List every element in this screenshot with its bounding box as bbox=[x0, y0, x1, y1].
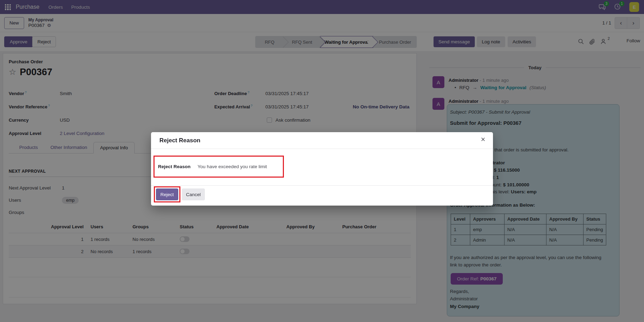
close-icon[interactable]: × bbox=[481, 135, 485, 144]
reject-reason-field-label: Reject Reason bbox=[158, 164, 191, 169]
reject-reason-field-annotation: Reject Reason You have exceeded you rate… bbox=[153, 156, 284, 178]
modal-reject-button[interactable]: Reject bbox=[156, 188, 178, 200]
reject-reason-modal: Reject Reason × Reject Reason You have e… bbox=[151, 132, 493, 206]
modal-cancel-button[interactable]: Cancel bbox=[182, 188, 205, 200]
reject-reason-input[interactable]: You have exceeded you rate limit bbox=[198, 164, 267, 169]
modal-title: Reject Reason bbox=[159, 137, 200, 144]
